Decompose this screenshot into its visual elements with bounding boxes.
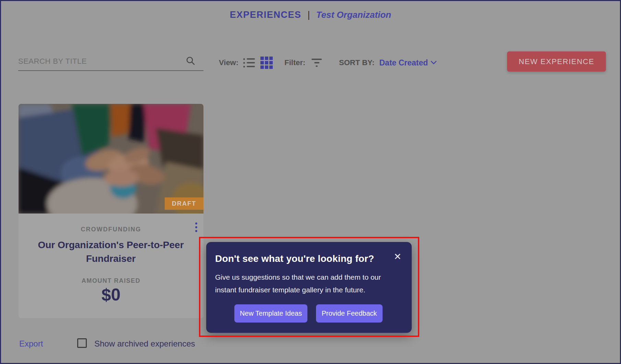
view-label: View: (219, 58, 238, 67)
search-field (18, 52, 203, 71)
filter-label: Filter: (284, 58, 305, 67)
export-link[interactable]: Export (19, 339, 43, 349)
list-view-icon[interactable] (243, 58, 256, 68)
new-experience-button[interactable]: NEW EXPERIENCE (507, 51, 606, 72)
new-template-ideas-button[interactable]: New Template Ideas (234, 304, 307, 323)
status-badge: DRAFT (165, 197, 203, 210)
filter-icon[interactable] (311, 58, 323, 68)
sort-group: SORT BY: Date Created (339, 55, 437, 70)
grid-view-icon[interactable] (260, 56, 273, 70)
page-title: EXPERIENCES (230, 10, 302, 20)
sort-dropdown-value: Date Created (379, 58, 428, 68)
organization-name: Test Organization (316, 10, 391, 20)
search-input[interactable] (18, 52, 203, 70)
amount-raised-label: AMOUNT RAISED (19, 277, 203, 284)
header-separator: | (307, 9, 310, 20)
filter-group: Filter: (284, 55, 323, 70)
sort-dropdown[interactable]: Date Created (379, 58, 437, 68)
experiences-page: EXPERIENCES | Test Organization View: Fi… (0, 0, 621, 364)
amount-raised-value: $0 (19, 285, 203, 305)
search-icon[interactable] (186, 56, 195, 65)
close-icon[interactable]: ✕ (394, 252, 401, 262)
feedback-modal: Don't see what you're looking for? ✕ Giv… (206, 242, 412, 333)
experience-card[interactable]: DRAFT CROWDFUNDING Our Organization's Pe… (19, 104, 203, 318)
card-title: Our Organization's Peer-to-Peer Fundrais… (25, 238, 197, 266)
chevron-down-icon (431, 61, 437, 65)
page-header: EXPERIENCES | Test Organization (1, 9, 620, 20)
show-archived-checkbox[interactable] (77, 338, 87, 348)
sort-by-label: SORT BY: (339, 58, 374, 67)
modal-title: Don't see what you're looking for? (215, 253, 374, 264)
card-category: CROWDFUNDING (19, 226, 203, 233)
provide-feedback-button[interactable]: Provide Feedback (316, 304, 383, 323)
show-archived-label: Show archived experiences (94, 339, 195, 349)
view-toggle-group: View: (219, 55, 273, 70)
modal-body-text: Give us suggestions so that we can add t… (215, 271, 387, 296)
card-photo (19, 104, 203, 214)
